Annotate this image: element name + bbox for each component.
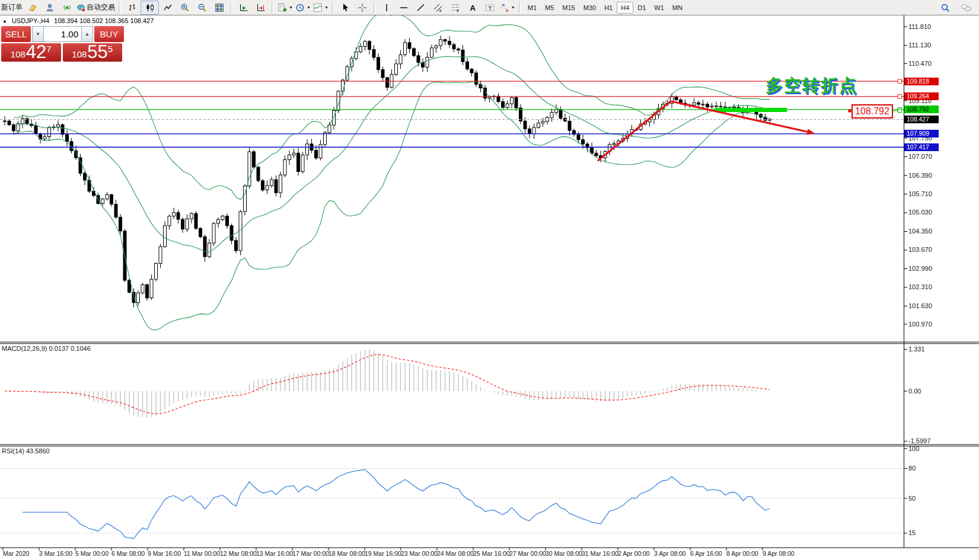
zoom-in-icon	[180, 3, 190, 12]
cursor-icon	[340, 3, 350, 12]
zoom-in-button[interactable]	[176, 1, 193, 14]
candlestick-icon	[145, 3, 155, 12]
chat-button[interactable]	[957, 1, 974, 14]
price-axis-tick: 101.630	[908, 302, 932, 309]
collapse-triangle-icon[interactable]: ▲	[2, 18, 7, 24]
sell-big-figure: 108	[11, 49, 25, 59]
timeframe-m15-button[interactable]: M15	[558, 2, 579, 14]
timeframe-m5-button[interactable]: M5	[541, 2, 558, 14]
time-axis-label: 27 Mar 00:00	[509, 550, 546, 557]
volume-input[interactable]	[44, 26, 81, 42]
macd-axis-tick: 1.331	[908, 345, 925, 353]
timeframe-mn-button[interactable]: MN	[668, 2, 687, 14]
auto-scroll-button[interactable]	[235, 1, 252, 14]
trendline-icon	[416, 3, 426, 12]
line-chart-button[interactable]	[159, 1, 176, 14]
buy-button[interactable]: BUY	[94, 26, 124, 42]
text-label-button[interactable]: T	[481, 1, 499, 14]
price-axis-tick: 104.350	[908, 228, 932, 235]
hline-price-badge: 109.264	[904, 92, 939, 100]
time-axis-label: 13 Mar 16:00	[256, 550, 293, 557]
chevron-down-icon[interactable]: ▼	[324, 5, 329, 9]
zoom-out-icon	[197, 3, 207, 12]
price-axis-tick: 102.990	[908, 265, 932, 272]
chart-shift-button[interactable]	[252, 1, 269, 14]
toolbar-separator	[119, 2, 121, 13]
price-level-callout[interactable]: 108.792	[852, 104, 893, 119]
time-axis-label: 5 Mar 00:00	[75, 550, 109, 557]
autotrade-icon	[76, 3, 86, 12]
bar-chart-button[interactable]	[123, 1, 141, 14]
sell-button[interactable]: SELL	[1, 26, 31, 42]
svg-text:A: A	[470, 3, 476, 12]
chat-icon	[961, 3, 971, 12]
fibonacci-button[interactable]: F	[447, 1, 464, 14]
crosshair-button[interactable]	[354, 1, 371, 14]
buy-price-display[interactable]: 108 55 5	[63, 43, 123, 62]
price-axis-tick: 110.470	[908, 60, 932, 67]
macd-axis-tick: -1.5997	[908, 437, 930, 444]
time-axis-label: 3 Apr 08:00	[654, 550, 686, 557]
toolbar-right-group	[936, 1, 979, 14]
horizontal-line-button[interactable]	[396, 1, 413, 14]
time-axis-label: 31 Mar 16:00	[582, 550, 618, 557]
journal-button[interactable]	[24, 1, 41, 14]
current-price-badge: 108.427	[904, 116, 939, 123]
time-axis-label: 12 Mar 08:00	[220, 550, 257, 557]
chevron-down-icon[interactable]: ▼	[307, 5, 311, 9]
crosshair-icon	[358, 3, 367, 12]
timeframe-d1-button[interactable]: D1	[633, 2, 650, 14]
chevron-down-icon[interactable]: ▼	[511, 5, 515, 9]
indicators-icon	[313, 3, 323, 12]
fibonacci-icon: F	[451, 3, 460, 12]
periods-button[interactable]: ▼	[294, 1, 312, 14]
timeframe-h1-button[interactable]: H1	[600, 2, 617, 14]
indicators-button[interactable]: ▼	[312, 1, 330, 14]
time-axis-label: 3 Mar 16:00	[39, 550, 72, 557]
vertical-line-button[interactable]	[378, 1, 396, 14]
toolbar-separator	[519, 2, 521, 13]
channel-icon: E	[433, 3, 443, 12]
new-order-button[interactable]: 新订单	[0, 1, 24, 14]
journal-icon	[28, 3, 37, 12]
chart-shift-icon	[256, 3, 266, 12]
macd-axis-tick: 0.00	[908, 388, 921, 395]
bar-chart-icon	[127, 3, 137, 12]
tile-windows-button[interactable]	[211, 1, 228, 14]
market-watch-button[interactable]	[58, 1, 75, 14]
price-axis-tick: 105.710	[908, 190, 932, 197]
timeframe-m30-button[interactable]: M30	[579, 2, 600, 14]
auto-scroll-icon	[239, 3, 248, 12]
arrows-button[interactable]: ▼	[499, 1, 516, 14]
volume-decrease-button[interactable]: ▼	[32, 26, 44, 42]
timeframe-h4-button[interactable]: H4	[617, 2, 633, 14]
hline-price-badge: 109.818	[904, 78, 939, 85]
text-label-icon: T	[485, 3, 495, 12]
candlestick-chart-button[interactable]	[141, 1, 159, 15]
new-order-button-label: 新订单	[1, 2, 23, 12]
chart-title: ▲ USDJPY-,H4 108.394 108.502 108.365 108…	[2, 17, 154, 24]
volume-increase-button[interactable]: ▲	[81, 26, 93, 42]
profile-icon	[45, 3, 55, 12]
time-axis-label: 11 Mar 00:00	[184, 550, 220, 557]
text-icon: A	[468, 3, 477, 12]
hline-price-badge: 108.792	[904, 105, 939, 113]
timeframe-m1-button[interactable]: M1	[524, 2, 541, 14]
autotrading-button[interactable]: 自动交易	[75, 1, 116, 14]
text-button[interactable]: A	[464, 1, 481, 14]
time-axis-label: 9 Mar 16:00	[148, 550, 181, 557]
new-chart-button[interactable]: ▼	[276, 1, 294, 14]
price-axis-tick: 102.310	[908, 283, 932, 290]
one-click-trading-panel: SELL ▼ ▲ BUY 108 42 7 108 55 5	[1, 26, 122, 62]
cursor-button[interactable]	[337, 1, 354, 14]
profile-button[interactable]	[41, 1, 58, 14]
zoom-out-button[interactable]	[193, 1, 211, 14]
sell-price-display[interactable]: 108 42 7	[1, 43, 61, 62]
timeframe-w1-button[interactable]: W1	[650, 2, 668, 14]
autotrading-button-label: 自动交易	[87, 2, 115, 12]
trendline-button[interactable]	[413, 1, 430, 14]
buy-pips: 55	[87, 44, 107, 61]
equidistant-channel-button[interactable]: E	[430, 1, 447, 14]
chevron-down-icon[interactable]: ▼	[289, 5, 293, 9]
search-button[interactable]	[936, 1, 954, 14]
